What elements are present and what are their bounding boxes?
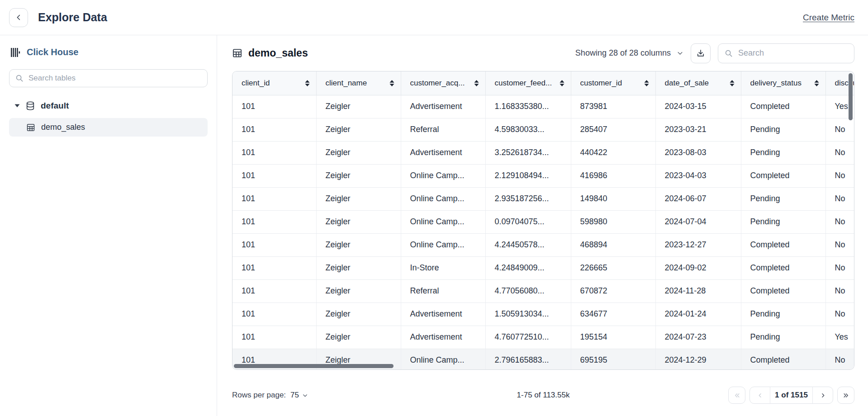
next-page-button[interactable]	[813, 387, 833, 403]
sidebar: Click House default demo_sales	[0, 35, 217, 416]
table-cell: Pending	[741, 118, 825, 141]
table-cell: Advertisement	[401, 95, 485, 118]
table-cell: 101	[232, 279, 316, 303]
table-cell: 195154	[571, 326, 655, 349]
table-cell: Yes	[825, 326, 854, 349]
column-header-customer-acq[interactable]: customer_acq...	[401, 71, 485, 95]
table-cell: 3.252618734...	[485, 141, 571, 164]
table-cell: Zeigler	[316, 210, 401, 233]
table-cell: 101	[232, 303, 316, 326]
table-cell: 101	[232, 256, 316, 279]
table-cell: 2023-08-03	[655, 141, 741, 164]
search-tables-input[interactable]	[9, 69, 208, 87]
column-header-customer-id[interactable]: customer_id	[571, 71, 655, 95]
table-cell: Zeigler	[316, 141, 401, 164]
table-row[interactable]: 101ZeiglerOnline Camp...2.935187256...14…	[232, 187, 854, 210]
table-cell: 101	[232, 233, 316, 256]
table-cell: Completed	[741, 164, 825, 187]
table-row[interactable]: 101ZeiglerReferral4.77056080...670872202…	[232, 279, 854, 303]
table-cell: 440422	[571, 141, 655, 164]
back-button[interactable]	[9, 8, 28, 27]
vertical-scrollbar[interactable]	[849, 73, 853, 120]
table-row[interactable]: 101ZeiglerIn-Store4.24849009...226665202…	[232, 256, 854, 279]
table-row[interactable]: 101ZeiglerAdvertisement3.252618734...440…	[232, 141, 854, 164]
table-cell: No	[825, 233, 854, 256]
table-cell: Online Camp...	[401, 349, 485, 370]
table-cell: 2024-12-29	[655, 349, 741, 370]
table-search-input[interactable]	[718, 43, 854, 63]
table-cell: No	[825, 164, 854, 187]
horizontal-scrollbar[interactable]	[234, 364, 394, 368]
table-cell: 2023-03-21	[655, 118, 741, 141]
table-cell: 4.77056080...	[485, 279, 571, 303]
table-title-icon	[232, 48, 242, 58]
column-header-delivery-status[interactable]: delivery_status	[741, 71, 825, 95]
table-cell: Pending	[741, 141, 825, 164]
table-cell: No	[825, 279, 854, 303]
column-header-client-id[interactable]: client_id	[232, 71, 316, 95]
table-cell: Completed	[741, 95, 825, 118]
table-cell: 598980	[571, 210, 655, 233]
sidebar-item-demo-sales[interactable]: demo_sales	[9, 118, 208, 137]
table-row[interactable]: 101ZeiglerOnline Camp...4.24450578...468…	[232, 233, 854, 256]
table-row[interactable]: 101ZeiglerOnline Camp...0.09704075...598…	[232, 210, 854, 233]
table-row[interactable]: 101ZeiglerOnline Camp...2.129108494...41…	[232, 164, 854, 187]
table-cell: 634677	[571, 303, 655, 326]
table-cell: 101	[232, 95, 316, 118]
previous-page-button[interactable]	[750, 387, 770, 403]
datasource-row: Click House	[11, 47, 208, 57]
table-cell: 695195	[571, 349, 655, 370]
table-row[interactable]: 101ZeiglerAdvertisement1.505913034...634…	[232, 303, 854, 326]
table-cell: 2023-04-03	[655, 164, 741, 187]
table-cell: 101	[232, 187, 316, 210]
table-cell: Online Camp...	[401, 187, 485, 210]
table-row[interactable]: 101ZeiglerAdvertisement1.168335380...873…	[232, 95, 854, 118]
table-cell: 2.935187256...	[485, 187, 571, 210]
columns-summary-text: Showing 28 of 28 columns	[575, 48, 671, 58]
table-cell: Zeigler	[316, 279, 401, 303]
chevrons-right-icon	[842, 392, 850, 399]
sort-icon	[814, 80, 819, 86]
table-cell: 226665	[571, 256, 655, 279]
columns-visibility-dropdown[interactable]: Showing 28 of 28 columns	[575, 48, 683, 58]
table-cell: Advertisement	[401, 141, 485, 164]
table-cell: In-Store	[401, 256, 485, 279]
table-row[interactable]: 101ZeiglerAdvertisement4.760772510...195…	[232, 326, 854, 349]
table-cell: Zeigler	[316, 95, 401, 118]
sidebar-table-label: demo_sales	[41, 123, 85, 132]
chevron-right-icon	[820, 392, 826, 399]
database-name: default	[41, 101, 69, 111]
table-title: demo_sales	[248, 47, 308, 59]
table-search-field	[718, 43, 854, 63]
table-row[interactable]: 101ZeiglerReferral4.59830033...285407202…	[232, 118, 854, 141]
table-cell: 285407	[571, 118, 655, 141]
column-label: customer_acq...	[410, 79, 465, 88]
rows-per-page-value: 75	[290, 391, 299, 400]
download-button[interactable]	[691, 43, 711, 63]
table-cell: Referral	[401, 279, 485, 303]
table-cell: 2024-06-07	[655, 187, 741, 210]
tree-database-default[interactable]: default	[9, 98, 208, 114]
column-label: date_of_sale	[665, 79, 709, 88]
first-page-button[interactable]	[728, 387, 745, 404]
last-page-button[interactable]	[837, 387, 854, 404]
toolbar: demo_sales Showing 28 of 28 columns	[232, 35, 854, 71]
table-cell: Pending	[741, 326, 825, 349]
data-table: client_idclient_namecustomer_acq...custo…	[232, 71, 854, 370]
datasource-label: Click House	[27, 47, 78, 57]
clickhouse-logo-icon	[11, 48, 21, 57]
table-cell: Zeigler	[316, 187, 401, 210]
table-cell: Pending	[741, 303, 825, 326]
table-cell: 416986	[571, 164, 655, 187]
table-cell: 2024-07-23	[655, 326, 741, 349]
chevron-down-icon	[677, 50, 683, 57]
chevrons-left-icon	[733, 392, 741, 399]
table-search-field	[9, 69, 208, 87]
chevron-down-icon	[302, 392, 308, 398]
create-metric-link[interactable]: Create Metric	[803, 13, 854, 23]
column-header-client-name[interactable]: client_name	[316, 71, 401, 95]
column-header-customer-feed[interactable]: customer_feed...	[485, 71, 571, 95]
column-header-date-of-sale[interactable]: date_of_sale	[655, 71, 741, 95]
rows-per-page-select[interactable]: 75	[290, 391, 308, 400]
data-table-card: client_idclient_namecustomer_acq...custo…	[232, 71, 854, 370]
